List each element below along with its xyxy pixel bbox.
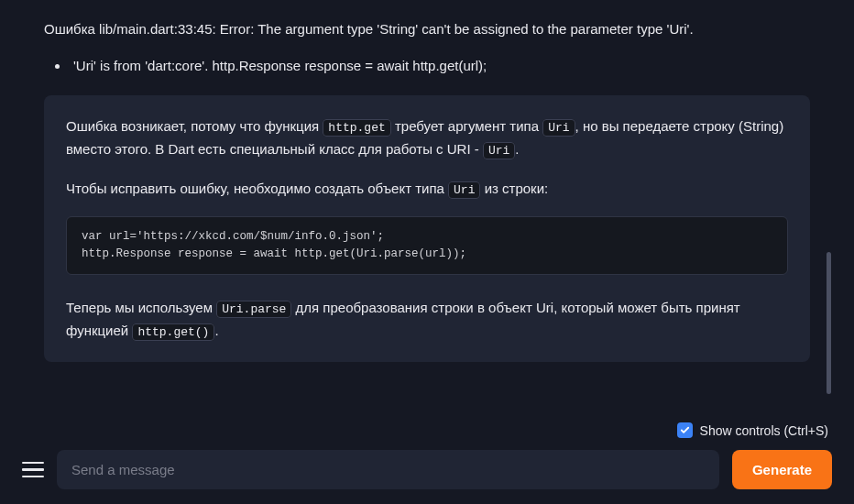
- menu-icon[interactable]: [22, 462, 44, 478]
- user-message: Ошибка lib/main.dart:33:45: Error: The a…: [44, 18, 810, 77]
- inline-code-uri: Uri: [448, 181, 480, 199]
- text: Теперь мы используем: [66, 300, 216, 315]
- inline-code-uri: Uri: [483, 142, 515, 159]
- inline-code-http-get: http.get: [323, 119, 390, 137]
- assistant-paragraph-1: Ошибка возникает, потому что функция htt…: [66, 115, 788, 161]
- error-bullet-list: 'Uri' is from 'dart:core'. http.Response…: [44, 55, 810, 77]
- checkbox-label: Show controls (Ctrl+S): [700, 421, 828, 441]
- message-input[interactable]: [57, 450, 719, 489]
- checkbox-checked-icon[interactable]: [677, 422, 693, 438]
- inline-code-http-get-call: http.get(): [132, 323, 214, 341]
- error-bullet-item: 'Uri' is from 'dart:core'. http.Response…: [70, 55, 810, 77]
- text: Ошибка возникает, потому что функция: [66, 118, 323, 134]
- chat-content: Ошибка lib/main.dart:33:45: Error: The a…: [0, 0, 854, 408]
- show-controls-toggle[interactable]: Show controls (Ctrl+S): [677, 421, 828, 441]
- assistant-paragraph-2: Чтобы исправить ошибку, необходимо созда…: [66, 178, 788, 201]
- text: .: [214, 323, 218, 338]
- controls-row: Show controls (Ctrl+S): [22, 421, 832, 441]
- error-text: Ошибка lib/main.dart:33:45: Error: The a…: [44, 18, 810, 40]
- code-block[interactable]: var url='https://xkcd.com/$num/info.0.js…: [66, 216, 788, 275]
- footer: Show controls (Ctrl+S) Generate: [0, 411, 854, 504]
- text: .: [515, 141, 519, 157]
- generate-button[interactable]: Generate: [732, 450, 832, 489]
- inline-code-uri: Uri: [542, 119, 575, 137]
- input-row: Generate: [22, 450, 832, 489]
- text: Чтобы исправить ошибку, необходимо созда…: [66, 181, 448, 196]
- text: требует аргумент типа: [391, 118, 542, 134]
- assistant-message: Ошибка возникает, потому что функция htt…: [44, 95, 810, 362]
- inline-code-uri-parse: Uri.parse: [216, 301, 291, 318]
- scrollbar-thumb[interactable]: [827, 252, 831, 394]
- assistant-paragraph-3: Теперь мы используем Uri.parse для преоб…: [66, 297, 788, 343]
- text: из строки:: [480, 181, 548, 196]
